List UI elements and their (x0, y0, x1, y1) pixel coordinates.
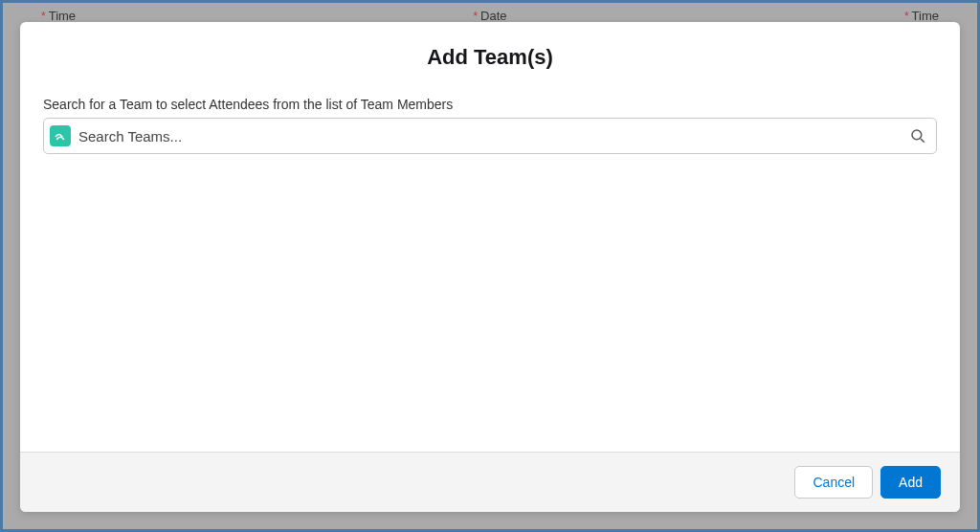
modal-header: Add Team(s) (20, 22, 960, 79)
add-button[interactable]: Add (880, 466, 941, 499)
add-teams-modal: Add Team(s) Search for a Team to select … (20, 22, 960, 512)
svg-line-1 (921, 139, 924, 143)
search-label: Search for a Team to select Attendees fr… (43, 97, 937, 112)
backdrop-field-date: *Date (473, 9, 506, 23)
backdrop-field-time-right: *Time (904, 9, 939, 23)
search-teams-input[interactable] (78, 128, 909, 144)
modal-title: Add Team(s) (39, 45, 941, 70)
teams-icon (50, 125, 71, 146)
cancel-button[interactable]: Cancel (794, 466, 873, 499)
search-teams-field[interactable] (43, 118, 937, 154)
search-icon (909, 127, 926, 144)
backdrop-fields: *Time *Date *Time (3, 9, 977, 23)
backdrop-field-time-left: *Time (41, 9, 76, 23)
modal-body: Search for a Team to select Attendees fr… (20, 79, 960, 452)
svg-point-0 (912, 130, 922, 140)
modal-footer: Cancel Add (20, 452, 960, 512)
